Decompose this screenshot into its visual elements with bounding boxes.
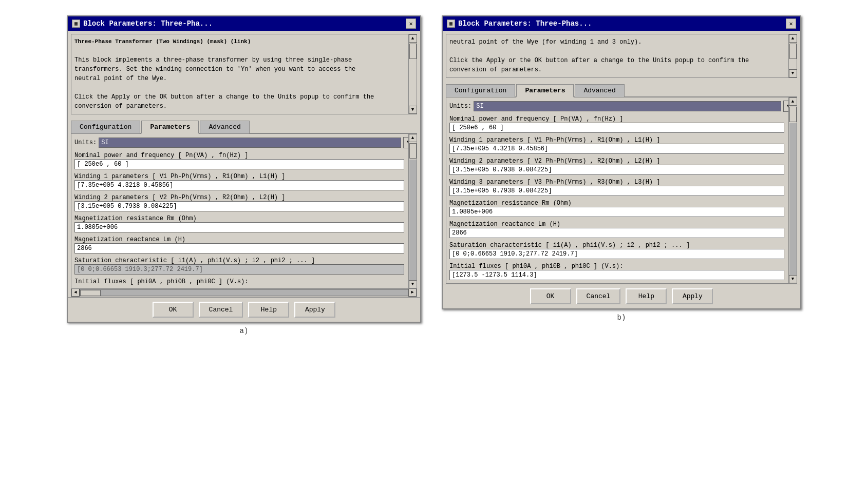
dialog-a-horiz-left[interactable]: ◄ xyxy=(71,288,80,297)
dialog-a-field-3-input[interactable] xyxy=(74,222,404,232)
dialog-a-field-2: Winding 2 parameters [ V2 Ph-Ph(Vrms) , … xyxy=(74,192,413,211)
tab-b-parameters[interactable]: Parameters xyxy=(516,84,574,97)
dialog-b-field-6-input[interactable] xyxy=(449,249,784,259)
tab-a-parameters[interactable]: Parameters xyxy=(141,121,199,134)
dialog-b-units-dropdown[interactable]: SI xyxy=(474,101,781,111)
dialog-b-field-4-input[interactable] xyxy=(449,207,784,217)
dialog-b-params-scroll-thumb[interactable] xyxy=(789,107,797,122)
dialog-b-scroll-up[interactable]: ▲ xyxy=(789,34,797,43)
dialog-b-help-button[interactable]: Help xyxy=(626,288,667,304)
dialog-a-units-label: Units: xyxy=(74,139,97,146)
dialog-a-ok-button[interactable]: OK xyxy=(153,302,194,318)
tab-b-advanced[interactable]: Advanced xyxy=(575,84,624,97)
dialog-b-field-2-label: Winding 2 parameters [ V2 Ph-Ph(Vrms) , … xyxy=(449,158,794,165)
dialog-b-scroll-thumb[interactable] xyxy=(789,44,797,59)
dialog-a-units-value: SI xyxy=(101,139,108,146)
dialog-a-title: Block Parameters: Three-Pha... xyxy=(83,19,213,28)
dialog-b-params: Units: SI ▼ Nominal power and frequency … xyxy=(446,97,797,284)
dialog-b-field-1-input[interactable] xyxy=(449,144,784,154)
dialog-b-icon: ▦ xyxy=(447,19,455,28)
dialog-a-horiz-thumb[interactable] xyxy=(80,290,101,296)
dialog-b-cancel-button[interactable]: Cancel xyxy=(576,288,621,304)
dialog-b-field-0-input[interactable] xyxy=(449,123,784,133)
dialog-a-description: Three-Phase Transformer (Two Windings) (… xyxy=(71,34,417,114)
dialog-b-field-5-label: Magnetization reactance Lm (H) xyxy=(449,221,794,228)
caption-a: a) xyxy=(240,327,249,335)
tab-a-advanced[interactable]: Advanced xyxy=(200,121,249,134)
dialog-a-params-scroll-up[interactable]: ▲ xyxy=(409,134,417,142)
dialog-a-icon: ▦ xyxy=(72,19,80,28)
dialog-b-field-4: Magnetization resistance Rm (Ohm) xyxy=(449,198,794,217)
dialog-a-desc-note: Click the Apply or the OK button after a… xyxy=(74,92,413,111)
dialog-b-wrapper: ▦ Block Parameters: Three-Phas... ✕ neut… xyxy=(442,15,801,322)
dialog-a-apply-button[interactable]: Apply xyxy=(294,302,335,318)
dialog-a-cancel-button[interactable]: Cancel xyxy=(199,302,243,318)
dialog-a-field-3: Magnetization resistance Rm (Ohm) xyxy=(74,213,413,232)
dialog-a: ▦ Block Parameters: Three-Pha... ✕ Three… xyxy=(67,15,421,323)
dialog-b-description-container: neutral point of the Wye (for winding 1 … xyxy=(446,34,797,78)
dialog-a-help-button[interactable]: Help xyxy=(248,302,289,318)
dialog-a-tabs-container: Configuration Parameters Advanced xyxy=(71,118,417,134)
dialog-b-desc-scrollbar[interactable]: ▲ ▼ xyxy=(788,34,797,77)
dialog-b-ok-button[interactable]: OK xyxy=(530,288,571,304)
dialog-a-description-container: Three-Phase Transformer (Two Windings) (… xyxy=(71,34,417,114)
dialog-a-field-1-label: Winding 1 parameters [ V1 Ph-Ph(Vrms) , … xyxy=(74,173,413,180)
dialog-a-params-scroll-down[interactable]: ▼ xyxy=(409,280,417,288)
dialog-b-field-3-label: Winding 3 parameters [ V3 Ph-Ph(Vrms) , … xyxy=(449,179,794,186)
dialog-a-horiz-scrollbar[interactable]: ◄ ► xyxy=(71,289,417,297)
dialog-a-field-2-input[interactable] xyxy=(74,201,404,211)
dialog-b-units-row: Units: SI ▼ xyxy=(449,101,794,112)
dialog-b-title: Block Parameters: Three-Phas... xyxy=(458,19,592,28)
dialog-b-field-6-label: Saturation characteristic [ i1(A) , phi1… xyxy=(449,242,794,249)
dialog-a-close-button[interactable]: ✕ xyxy=(406,18,416,29)
dialog-b-button-row: OK Cancel Help Apply xyxy=(443,284,800,308)
dialog-a-field-5-input[interactable] xyxy=(74,264,404,275)
dialog-b-field-7-label: Initial fluxes [ phi0A , phi0B , phi0C ]… xyxy=(449,263,794,270)
dialog-b-close-button[interactable]: ✕ xyxy=(786,18,796,29)
dialog-a-desc-scrollbar[interactable]: ▲ ▼ xyxy=(408,34,417,114)
dialog-b-params-scrollbar[interactable]: ▲ ▼ xyxy=(788,97,797,283)
dialog-a-units-dropdown[interactable]: SI xyxy=(99,138,401,148)
dialog-a-field-3-label: Magnetization resistance Rm (Ohm) xyxy=(74,215,413,222)
dialog-b-field-3-input[interactable] xyxy=(449,186,784,196)
dialog-a-horiz-track xyxy=(80,289,408,296)
caption-b: b) xyxy=(617,314,626,322)
dialog-a-field-2-label: Winding 2 parameters [ V2 Ph-Ph(Vrms) , … xyxy=(74,194,413,201)
dialog-b-field-7-input[interactable] xyxy=(449,270,784,280)
dialog-a-field-1-input[interactable] xyxy=(74,180,404,190)
dialog-b-units-label: Units: xyxy=(449,103,471,110)
dialog-a-field-0: Nominal power and frequency [ Pn(VA) , f… xyxy=(74,150,413,169)
dialog-b-tabs-container: Configuration Parameters Advanced xyxy=(446,81,797,97)
dialog-b-field-1: Winding 1 parameters [ V1 Ph-Ph(Vrms) , … xyxy=(449,134,794,154)
dialog-b-titlebar: ▦ Block Parameters: Three-Phas... ✕ xyxy=(443,16,800,31)
dialog-b-field-2-input[interactable] xyxy=(449,165,784,175)
dialog-a-field-0-input[interactable] xyxy=(74,159,404,169)
dialog-a-field-1: Winding 1 parameters [ V1 Ph-Ph(Vrms) , … xyxy=(74,171,413,190)
dialog-b-units-value: SI xyxy=(476,103,483,110)
dialog-a-field-5: Saturation characteristic [ i1(A) , phi1… xyxy=(74,255,413,275)
dialog-b-params-scroll-down[interactable]: ▼ xyxy=(789,275,797,283)
tab-a-configuration[interactable]: Configuration xyxy=(71,121,140,134)
dialog-a-params-scroll-thumb[interactable] xyxy=(409,143,417,159)
tab-b-configuration[interactable]: Configuration xyxy=(446,84,515,97)
dialog-a-field-4-label: Magnetization reactance Lm (H) xyxy=(74,236,413,243)
dialog-a-scroll-up[interactable]: ▲ xyxy=(409,34,417,43)
dialog-a-scroll-down[interactable]: ▼ xyxy=(409,106,417,114)
dialog-b: ▦ Block Parameters: Three-Phas... ✕ neut… xyxy=(442,15,801,309)
dialog-b-field-2: Winding 2 parameters [ V2 Ph-Ph(Vrms) , … xyxy=(449,155,794,175)
dialog-b-field-5-input[interactable] xyxy=(449,228,784,238)
dialog-a-params-scrollbar[interactable]: ▲ ▼ xyxy=(408,134,417,288)
dialog-a-units-row: Units: SI ▼ xyxy=(74,137,413,148)
dialog-a-titlebar-left: ▦ Block Parameters: Three-Pha... xyxy=(72,19,213,28)
dialog-b-description: neutral point of the Wye (for winding 1 … xyxy=(446,34,797,77)
dialog-b-field-7: Initial fluxes [ phi0A , phi0B , phi0C ]… xyxy=(449,261,794,280)
dialog-b-field-5: Magnetization reactance Lm (H) xyxy=(449,219,794,238)
dialog-a-scroll-thumb[interactable] xyxy=(409,44,417,59)
dialog-b-apply-button[interactable]: Apply xyxy=(672,288,713,304)
dialog-a-field-4-input[interactable] xyxy=(74,243,404,253)
dialog-a-horiz-right[interactable]: ► xyxy=(408,288,417,297)
dialog-b-scroll-down[interactable]: ▼ xyxy=(789,69,797,77)
dialog-b-params-scroll-up[interactable]: ▲ xyxy=(789,97,797,106)
dialog-b-desc-note: Click the Apply or the OK button after a… xyxy=(449,56,794,74)
dialog-a-titlebar: ▦ Block Parameters: Three-Pha... ✕ xyxy=(68,16,420,31)
